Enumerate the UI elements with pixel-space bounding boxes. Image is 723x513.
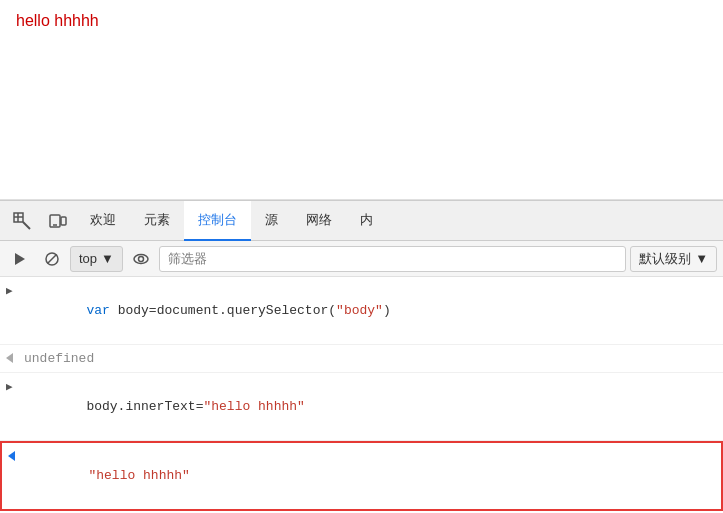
devtools-panel: 欢迎 元素 控制台 源 网络 内 xyxy=(0,200,723,513)
result-arrow-2 xyxy=(6,351,13,369)
inspect-element-icon[interactable] xyxy=(4,201,40,241)
svg-point-11 xyxy=(138,256,143,261)
console-line-2: undefined xyxy=(0,345,723,374)
svg-rect-5 xyxy=(61,217,66,225)
eye-icon[interactable] xyxy=(127,245,155,273)
block-icon[interactable] xyxy=(38,245,66,273)
result-arrow-4 xyxy=(8,449,15,467)
tab-welcome[interactable]: 欢迎 xyxy=(76,201,130,241)
console-result-4: "hello hhhhh" xyxy=(26,447,190,506)
console-line-3: ▶ body.innerText="hello hhhhh" xyxy=(0,373,723,441)
device-mode-icon[interactable] xyxy=(40,201,76,241)
log-level-label: 默认级别 xyxy=(639,250,691,268)
context-arrow-icon: ▼ xyxy=(101,251,114,266)
page-text: hello hhhhh xyxy=(16,12,99,29)
tab-more[interactable]: 内 xyxy=(346,201,387,241)
context-label: top xyxy=(79,251,97,266)
expand-arrow-1[interactable]: ▶ xyxy=(6,283,13,300)
console-line-4: "hello hhhhh" xyxy=(0,441,723,512)
tab-sources[interactable]: 源 xyxy=(251,201,292,241)
console-toolbar: top ▼ 默认级别 ▼ xyxy=(0,241,723,277)
page-content: hello hhhhh xyxy=(0,0,723,200)
svg-marker-7 xyxy=(15,253,25,265)
tab-elements[interactable]: 元素 xyxy=(130,201,184,241)
context-selector[interactable]: top ▼ xyxy=(70,246,123,272)
svg-line-9 xyxy=(48,254,57,263)
filter-input[interactable] xyxy=(159,246,626,272)
console-code-3: body.innerText="hello hhhhh" xyxy=(24,377,305,436)
console-result-2: undefined xyxy=(24,349,94,369)
svg-line-3 xyxy=(23,222,30,229)
devtools-tab-bar: 欢迎 元素 控制台 源 网络 内 xyxy=(0,201,723,241)
execute-script-button[interactable] xyxy=(6,245,34,273)
tab-console[interactable]: 控制台 xyxy=(184,201,251,241)
console-output: ▶ var body=document.querySelector("body"… xyxy=(0,277,723,513)
console-line-1: ▶ var body=document.querySelector("body"… xyxy=(0,277,723,345)
console-code-1: var body=document.querySelector("body") xyxy=(24,281,391,340)
log-level-arrow-icon: ▼ xyxy=(695,251,708,266)
log-level-selector[interactable]: 默认级别 ▼ xyxy=(630,246,717,272)
expand-arrow-3[interactable]: ▶ xyxy=(6,379,13,396)
tab-network[interactable]: 网络 xyxy=(292,201,346,241)
